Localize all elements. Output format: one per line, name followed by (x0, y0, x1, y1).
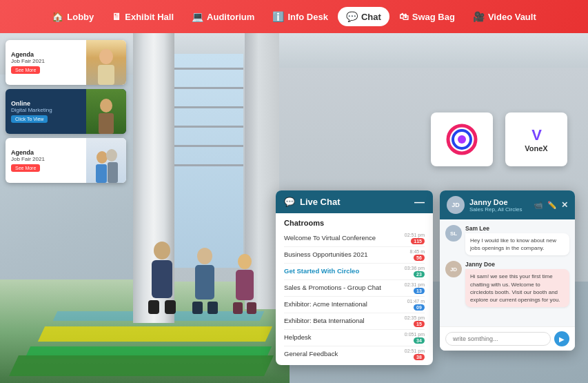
msg-avatar-2: JD (445, 261, 462, 277)
agenda-card-2-title: Online (11, 100, 81, 107)
chatroom-name-5: Exhibitor: Acme International (284, 300, 407, 308)
chatroom-name-4: Sales & Promotions - Group Chat (284, 284, 405, 292)
info-desk-icon: ℹ️ (272, 11, 284, 22)
agenda-card-2[interactable]: Online Digital Marketing Click To View (6, 89, 126, 134)
nav-item-swag-bag[interactable]: 🛍Swag Bag (391, 7, 463, 26)
agenda-card-1[interactable]: Agenda Job Fair 2021 See More (6, 40, 126, 85)
chatroom-item-3[interactable]: Get Started With Circleo 03:36 pm 23 (284, 264, 425, 279)
nav-item-exhibit-hall[interactable]: 🖥Exhibit Hall (103, 7, 182, 26)
chatroom-item-5[interactable]: Exhibitor: Acme International 01:47 m 09 (284, 297, 425, 313)
live-chat-panel: 💬 Live Chat — Chatrooms Welcome To Virtu… (276, 190, 433, 365)
auditorium-icon: 💻 (192, 11, 203, 22)
stage-screens: V VoneX (431, 112, 567, 166)
live-chat-title: Live Chat (300, 197, 341, 207)
nav-item-chat[interactable]: 💬Chat (338, 7, 389, 26)
minimize-icon[interactable]: — (414, 197, 425, 207)
agenda-card-3-btn[interactable]: See More (11, 164, 40, 172)
agenda-card-1-subtitle: Job Fair 2021 (11, 58, 81, 64)
agenda-card-1-img (86, 40, 126, 85)
svg-point-4 (97, 151, 108, 164)
message-1: SL Sam Lee Hey I would like to know abou… (445, 225, 569, 255)
message-2: JD Janny Doe Hi sam! we see this your fi… (445, 261, 569, 307)
swag-bag-icon: 🛍 (399, 11, 409, 22)
svg-point-5 (106, 149, 117, 161)
chat-label: Chat (361, 12, 381, 22)
screen-box-2: V VoneX (505, 112, 567, 166)
nav-item-info-desk[interactable]: ℹ️Info Desk (264, 7, 336, 26)
msg-avatar-1: SL (445, 225, 462, 242)
msg-sender-1: Sam Lee (465, 225, 569, 232)
svg-rect-18 (207, 302, 218, 314)
svg-rect-14 (165, 300, 176, 314)
person-3 (231, 252, 258, 314)
nav-item-video-vault[interactable]: 🎥Video Vault (465, 7, 545, 26)
svg-rect-7 (108, 162, 118, 183)
right-chat-pane: JD Janny Doe Sales Rep, All Circles 📹 ✏️… (440, 190, 575, 351)
video-call-icon[interactable]: 📹 (534, 201, 543, 210)
live-chat-header: 💬 Live Chat — (276, 190, 433, 213)
svg-point-15 (197, 248, 212, 264)
person-1 (145, 238, 179, 314)
right-chat-user-name: Janny Doe (469, 198, 522, 206)
chatroom-item-6[interactable]: Exhibitor: Beta International 02:35 pm 1… (284, 313, 425, 329)
info-desk-label: Info Desk (287, 12, 328, 22)
msg-text-1: Hey I would like to know about new jobs … (465, 233, 569, 255)
svg-rect-6 (96, 164, 107, 183)
svg-point-10 (458, 135, 466, 144)
swag-bag-label: Swag Bag (412, 12, 455, 22)
screen-box-1 (431, 112, 493, 166)
screen-logo-text: V (531, 126, 541, 144)
auditorium-label: Auditorium (207, 12, 254, 22)
msg-sender-2: Janny Doe (465, 261, 569, 268)
agenda-card-3-subtitle: Job Fair 2021 (11, 156, 81, 162)
video-vault-label: Video Vault (488, 12, 536, 22)
svg-rect-16 (195, 265, 214, 299)
svg-rect-21 (233, 302, 243, 314)
video-vault-icon: 🎥 (473, 11, 485, 22)
chat-user-avatar: JD (447, 196, 465, 214)
svg-rect-22 (247, 302, 256, 314)
agenda-card-1-btn[interactable]: See More (11, 66, 40, 74)
lobby-icon: 🏠 (52, 11, 63, 22)
svg-point-11 (154, 242, 170, 259)
svg-point-0 (99, 49, 113, 64)
right-chat-user-role: Sales Rep, All Circles (469, 206, 522, 213)
chatroom-item-4[interactable]: Sales & Promotions - Group Chat 02:31 pm… (284, 280, 425, 296)
svg-point-19 (238, 254, 252, 269)
edit-icon[interactable]: ✏️ (547, 201, 557, 210)
chatroom-name-1: Welcome To Virtual Conference (284, 234, 405, 242)
nav-item-lobby[interactable]: 🏠Lobby (43, 7, 102, 26)
chatroom-item-1[interactable]: Welcome To Virtual Conference 02:51 pm 1… (284, 230, 425, 246)
screen-brand-name: VoneX (525, 144, 547, 153)
lobby-label: Lobby (67, 12, 94, 22)
agenda-card-3[interactable]: Agenda Job Fair 2021 See More (6, 138, 126, 183)
chatroom-item-2[interactable]: Business Opportunities 2021 8:45 m 56 (284, 247, 425, 263)
top-nav: 🏠Lobby🖥Exhibit Hall💻Auditoriumℹ️Info Des… (0, 0, 588, 33)
chat-icon: 💬 (346, 11, 358, 22)
chatroom-name-3: Get Started With Circleo (284, 267, 405, 275)
chatroom-item-7[interactable]: Helpdesk 0:051 pm 34 (284, 330, 425, 346)
svg-rect-20 (236, 270, 254, 300)
agenda-card-1-title: Agenda (11, 51, 81, 58)
agenda-card-3-title: Agenda (11, 149, 81, 156)
svg-rect-13 (148, 300, 159, 314)
chatroom-item-8[interactable]: General Feedback 02:51 pm 38 (284, 346, 425, 362)
chatrooms-title: Chatrooms (284, 219, 425, 227)
chat-input-area: ▶ (440, 326, 575, 351)
svg-rect-12 (152, 260, 172, 298)
send-button[interactable]: ▶ (554, 331, 569, 346)
exhibit-hall-icon: 🖥 (112, 11, 121, 22)
close-chat-icon[interactable]: ✕ (561, 200, 568, 210)
agenda-card-2-subtitle: Digital Marketing (11, 107, 81, 113)
agenda-card-3-img (86, 138, 126, 183)
chat-input[interactable] (445, 332, 551, 346)
chatroom-name-8: General Feedback (284, 350, 405, 358)
nav-item-auditorium[interactable]: 💻Auditorium (183, 7, 263, 26)
svg-rect-1 (98, 65, 114, 85)
people-scene (145, 238, 258, 314)
svg-point-2 (100, 99, 112, 112)
msg-text-2: Hi sam! we see this your first time chat… (465, 269, 569, 307)
agenda-card-2-img (86, 89, 126, 134)
chatroom-name-2: Business Opportunities 2021 (284, 251, 410, 259)
agenda-card-2-btn[interactable]: Click To View (11, 115, 48, 123)
